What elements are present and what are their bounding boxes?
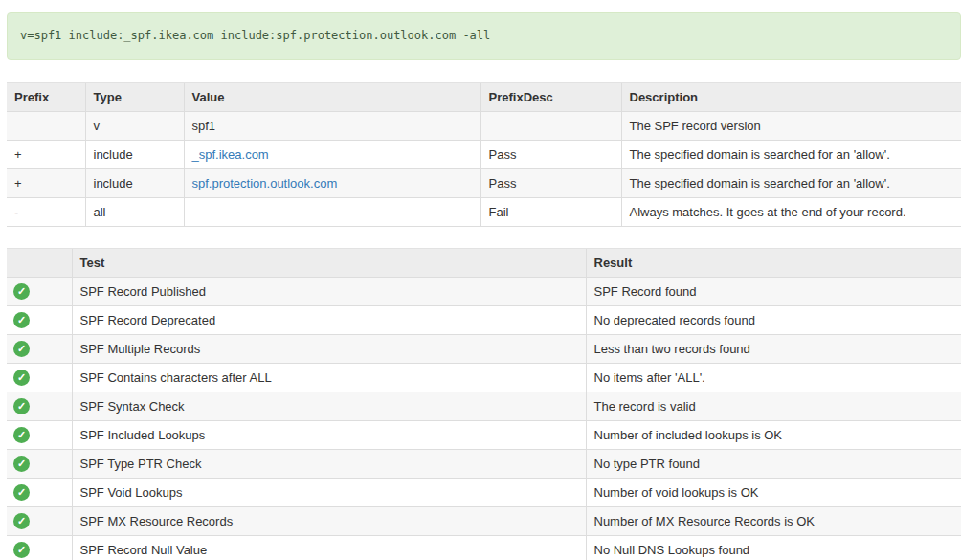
column-header-type: Type (85, 83, 184, 112)
column-header-prefix: Prefix (7, 83, 85, 112)
test-result-cell: SPF Record found (586, 278, 961, 306)
check-circle-icon: ✓ (13, 456, 30, 472)
column-header-description: Description (621, 83, 961, 112)
record-table-row: + include _spf.ikea.com Pass The specifi… (7, 141, 961, 169)
column-header-test: Test (72, 249, 586, 278)
test-result-cell: Number of included lookups is OK (586, 421, 961, 450)
test-table-row: ✓ SPF MX Resource Records Number of MX R… (7, 507, 961, 536)
page-content: v=spf1 include:_spf.ikea.com include:spf… (0, 0, 961, 560)
check-circle-icon: ✓ (13, 312, 30, 328)
value-cell: spf1 (184, 112, 480, 141)
test-result-cell: Number of void lookups is OK (586, 479, 961, 507)
test-result-cell: No type PTR found (586, 450, 961, 479)
test-result-cell: No items after 'ALL'. (586, 364, 961, 392)
column-header-result: Result (586, 249, 961, 278)
check-circle-icon: ✓ (13, 484, 30, 501)
description-cell: The specified domain is searched for an … (621, 169, 961, 198)
column-header-status (7, 249, 72, 278)
status-cell: ✓ (7, 335, 72, 364)
test-name-cell: SPF Syntax Check (72, 392, 586, 421)
test-table-row: ✓ SPF Syntax Check The record is valid (7, 392, 961, 421)
value-cell (184, 198, 480, 227)
status-cell: ✓ (7, 392, 72, 421)
check-circle-icon: ✓ (13, 283, 30, 300)
record-table-row: v spf1 The SPF record version (7, 112, 961, 141)
status-cell: ✓ (7, 479, 72, 507)
status-cell: ✓ (7, 450, 72, 479)
status-cell: ✓ (7, 278, 72, 306)
test-table-row: ✓ SPF Record Deprecated No deprecated re… (7, 306, 961, 335)
description-cell: Always matches. It goes at the end of yo… (621, 198, 961, 227)
test-table-row: ✓ SPF Contains characters after ALL No i… (7, 364, 961, 392)
value-link[interactable]: spf.protection.outlook.com (192, 176, 338, 190)
prefixdesc-cell: Pass (480, 169, 621, 198)
status-cell: ✓ (7, 507, 72, 536)
value-cell: _spf.ikea.com (184, 141, 480, 169)
test-name-cell: SPF Included Lookups (72, 421, 586, 450)
status-cell: ✓ (7, 421, 72, 450)
prefixdesc-cell (480, 112, 621, 141)
spf-test-results-table: Test Result ✓ SPF Record Published SPF R… (7, 248, 961, 560)
record-table-row: + include spf.protection.outlook.com Pas… (7, 169, 961, 198)
prefix-cell: + (7, 141, 85, 169)
column-header-value: Value (184, 83, 480, 112)
test-name-cell: SPF Record Deprecated (72, 306, 586, 335)
description-cell: The SPF record version (621, 112, 961, 141)
test-table-row: ✓ SPF Type PTR Check No type PTR found (7, 450, 961, 479)
test-table-row: ✓ SPF Included Lookups Number of include… (7, 421, 961, 450)
prefix-cell (7, 112, 85, 141)
status-cell: ✓ (7, 306, 72, 335)
check-circle-icon: ✓ (13, 513, 30, 529)
type-cell: include (85, 169, 184, 198)
test-name-cell: SPF Record Published (72, 278, 586, 306)
test-table-row: ✓ SPF Multiple Records Less than two rec… (7, 335, 961, 364)
spf-test-table-header: Test Result (7, 249, 961, 278)
header-row: Prefix Type Value PrefixDesc Description (7, 83, 961, 112)
value-link[interactable]: spf1 (192, 119, 216, 133)
test-table-row: ✓ SPF Void Lookups Number of void lookup… (7, 479, 961, 507)
test-table-row: ✓ SPF Record Published SPF Record found (7, 278, 961, 306)
test-name-cell: SPF Record Null Value (72, 536, 586, 560)
description-cell: The specified domain is searched for an … (621, 141, 961, 169)
test-result-cell: Number of MX Resource Records is OK (586, 507, 961, 536)
test-result-cell: No deprecated records found (586, 306, 961, 335)
type-cell: all (85, 198, 184, 227)
test-result-cell: The record is valid (586, 392, 961, 421)
test-result-cell: Less than two records found (586, 335, 961, 364)
type-cell: include (85, 141, 184, 169)
test-name-cell: SPF Contains characters after ALL (72, 364, 586, 392)
prefix-cell: + (7, 169, 85, 198)
check-circle-icon: ✓ (13, 370, 30, 386)
test-name-cell: SPF Type PTR Check (72, 450, 586, 479)
spf-test-table-body: ✓ SPF Record Published SPF Record found … (7, 278, 961, 560)
spf-record-banner: v=spf1 include:_spf.ikea.com include:spf… (7, 12, 961, 60)
prefixdesc-cell: Fail (480, 198, 621, 227)
test-table-row: ✓ SPF Record Null Value No Null DNS Look… (7, 536, 961, 560)
test-name-cell: SPF Multiple Records (72, 335, 586, 364)
spf-record-table: Prefix Type Value PrefixDesc Description… (7, 82, 961, 227)
header-row: Test Result (7, 249, 961, 278)
type-cell: v (85, 112, 184, 141)
check-circle-icon: ✓ (13, 398, 30, 414)
spf-record-table-body: v spf1 The SPF record version + include … (7, 112, 961, 227)
test-name-cell: SPF MX Resource Records (72, 507, 586, 536)
prefix-cell: - (7, 198, 85, 227)
check-circle-icon: ✓ (13, 542, 30, 558)
check-circle-icon: ✓ (13, 341, 30, 357)
test-name-cell: SPF Void Lookups (72, 479, 586, 507)
value-cell: spf.protection.outlook.com (184, 169, 480, 198)
prefixdesc-cell: Pass (480, 141, 621, 169)
test-result-cell: No Null DNS Lookups found (586, 536, 961, 560)
status-cell: ✓ (7, 364, 72, 392)
value-link[interactable]: _spf.ikea.com (192, 147, 269, 162)
check-circle-icon: ✓ (13, 427, 30, 443)
spf-record-table-header: Prefix Type Value PrefixDesc Description (7, 83, 961, 112)
status-cell: ✓ (7, 536, 72, 560)
record-table-row: - all Fail Always matches. It goes at th… (7, 198, 961, 227)
column-header-prefixdesc: PrefixDesc (480, 83, 621, 112)
